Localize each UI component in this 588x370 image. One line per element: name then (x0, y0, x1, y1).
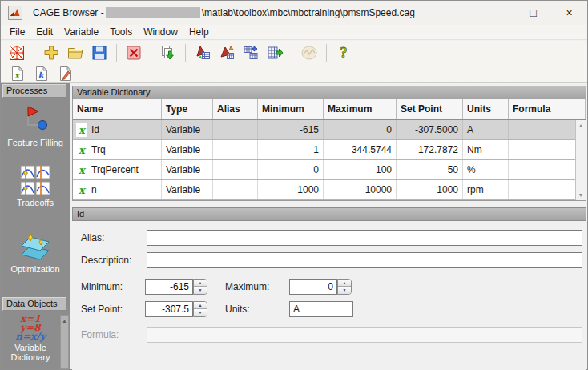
toolbar-secondary: x k (1, 65, 587, 83)
main-area: Variable Dictionary Name Type Alias Mini… (71, 83, 587, 369)
column-header-minimum: Minimum (258, 99, 324, 119)
minimize-button[interactable]: – (479, 1, 515, 25)
units-field[interactable] (289, 301, 353, 317)
table-row[interactable]: xn Variable 1000 10000 1000 rpm (73, 180, 575, 200)
cell-maximum: 100 (324, 160, 397, 179)
import-data-icon[interactable] (158, 42, 179, 63)
description-field[interactable] (147, 252, 582, 268)
cell-minimum: 1000 (258, 180, 324, 199)
cell-formula (509, 180, 576, 199)
sidebar-item-label: Tradeoffs (1, 198, 70, 207)
menu-file[interactable]: File (4, 26, 30, 38)
sidebar-item-variable-dictionary[interactable]: x=1 y=8 n=x/y Variable Dictionary (1, 315, 60, 362)
cell-maximum: 344.5744 (324, 140, 397, 159)
set-point-label: Set Point: (81, 304, 123, 315)
cage-home-icon[interactable] (6, 42, 27, 63)
menu-help[interactable]: Help (183, 26, 215, 38)
cell-set-point: 1000 (397, 180, 463, 199)
variable-dictionary-icon: x=1 y=8 n=x/y (13, 315, 48, 341)
menu-tools[interactable]: Tools (104, 26, 138, 38)
sidebar-item-optimization[interactable]: Optimization (1, 231, 70, 274)
column-header-alias: Alias (213, 99, 258, 119)
cell-formula (509, 160, 576, 179)
cell-set-point: 50 (397, 160, 463, 179)
close-button[interactable]: × (551, 1, 587, 25)
variable-table: Name Type Alias Minimum Maximum Set Poin… (72, 99, 586, 201)
sidebar-item-feature-filling[interactable]: Feature Filling (1, 104, 70, 147)
new-constant-icon[interactable]: k (32, 66, 51, 82)
svg-text:?: ? (340, 45, 348, 61)
table-scrollbar[interactable]: ▲ ▼ (575, 120, 586, 200)
import-calibration-icon[interactable] (192, 42, 213, 63)
new-item-icon[interactable] (41, 42, 62, 63)
table-row[interactable]: xTrqPercent Variable 0 100 50 % (73, 160, 575, 180)
maximum-stepper[interactable]: ▲ ▼ (337, 279, 352, 295)
units-label: Units: (225, 304, 250, 315)
variable-x-icon: x (76, 123, 87, 137)
export-calibration-icon[interactable] (216, 42, 237, 63)
maximize-button[interactable]: □ (515, 1, 551, 25)
stepper-up-icon[interactable]: ▲ (194, 302, 207, 309)
scroll-down-icon[interactable]: ▼ (576, 192, 586, 198)
cell-maximum: 0 (324, 120, 397, 139)
menu-variable[interactable]: Variable (58, 26, 104, 38)
stepper-down-icon[interactable]: ▼ (194, 309, 207, 316)
sidebar-item-label: Variable Dictionary (1, 343, 60, 362)
new-formula-icon[interactable] (56, 66, 75, 82)
description-label: Description: (81, 255, 131, 266)
table-row[interactable]: xId Variable -615 0 -307.5000 A (73, 120, 575, 140)
copy-calibration-icon[interactable] (240, 42, 261, 63)
scroll-up-icon[interactable]: ▲ (576, 123, 586, 128)
cell-alias (213, 180, 258, 199)
stepper-up-icon[interactable]: ▲ (194, 280, 207, 287)
set-point-field[interactable] (145, 301, 193, 317)
panel-title: Variable Dictionary (72, 86, 586, 99)
menu-window[interactable]: Window (138, 26, 183, 38)
formula-label: Formula: (81, 329, 119, 340)
set-point-stepper[interactable]: ▲ ▼ (193, 301, 207, 317)
toolbar-separator (34, 44, 34, 62)
sidebar: Processes Feature Filling (1, 83, 70, 369)
cell-type: Variable (162, 180, 213, 199)
save-project-icon[interactable] (89, 42, 110, 63)
cell-alias (213, 160, 258, 179)
optimization-icon (19, 231, 51, 263)
stepper-down-icon[interactable]: ▼ (194, 287, 207, 294)
toolbar-separator (185, 44, 186, 62)
alias-field[interactable] (147, 230, 582, 246)
delete-item-icon[interactable] (123, 42, 144, 63)
sidebar-scrollbar[interactable]: ▲ (60, 315, 69, 369)
menu-edit[interactable]: Edit (30, 26, 58, 38)
stepper-down-icon[interactable]: ▼ (338, 287, 351, 294)
maximum-field[interactable] (289, 279, 337, 295)
variable-x-icon: x (76, 163, 87, 177)
new-variable-icon[interactable]: x (8, 66, 27, 82)
minimum-field[interactable] (145, 279, 193, 295)
scroll-up-icon[interactable]: ▲ (61, 318, 68, 324)
window-title-path: \matlab\toolbox\mbc\mbctraining\pmsmSpee… (202, 7, 415, 18)
table-header-row: Name Type Alias Minimum Maximum Set Poin… (73, 99, 586, 120)
variable-details-panel: Id Alias: Description: Minimum: ▲ ▼ Maxi… (72, 207, 586, 369)
toolbar-separator (292, 44, 292, 62)
export-table-icon[interactable] (264, 42, 285, 63)
help-icon[interactable]: ? (333, 42, 354, 63)
title-bar[interactable]: CAGE Browser - \matlab\toolbox\mbc\mbctr… (1, 1, 587, 25)
column-header-name: Name (73, 99, 162, 119)
toolbar-separator (116, 44, 117, 62)
cell-set-point: 172.7872 (397, 140, 463, 159)
minimum-stepper[interactable]: ▲ ▼ (193, 279, 207, 295)
cell-units: Nm (463, 140, 509, 159)
sidebar-item-label: Feature Filling (1, 138, 70, 147)
redacted-path-segment (106, 7, 200, 18)
cell-alias (213, 140, 258, 159)
cell-type: Variable (162, 140, 213, 159)
stepper-up-icon[interactable]: ▲ (338, 280, 351, 287)
cell-alias (213, 120, 258, 139)
cell-units: rpm (463, 180, 509, 199)
sidebar-item-tradeoffs[interactable]: Tradeoffs (1, 164, 70, 207)
open-project-icon[interactable] (65, 42, 86, 63)
cage-browser-window: CAGE Browser - \matlab\toolbox\mbc\mbctr… (0, 0, 588, 370)
table-row[interactable]: xTrq Variable 1 344.5744 172.7872 Nm (73, 140, 575, 160)
cell-name: TrqPercent (91, 160, 139, 179)
window-controls: – □ × (479, 1, 587, 25)
